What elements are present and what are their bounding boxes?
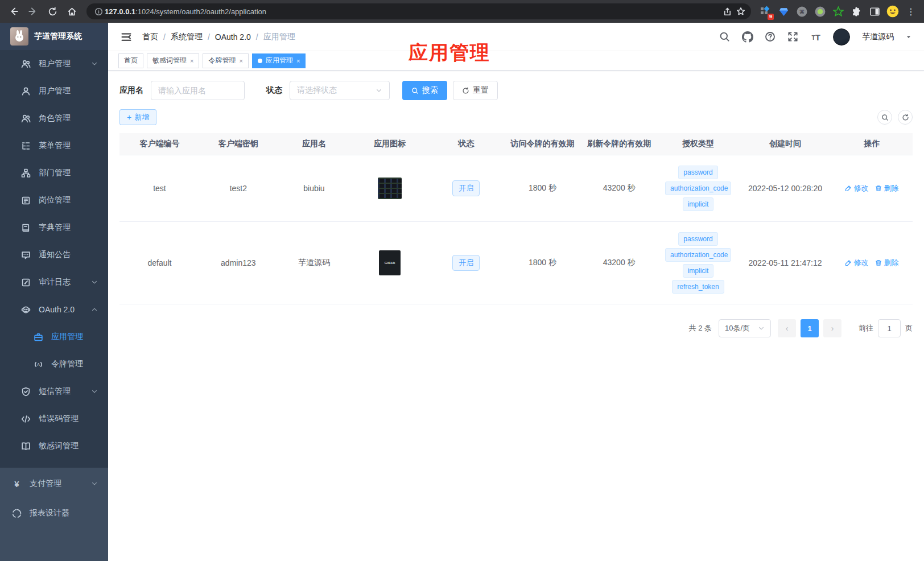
grant-type-tag: password xyxy=(678,232,717,246)
breadcrumb-item[interactable]: 系统管理 xyxy=(171,32,203,42)
status-tag[interactable]: 开启 xyxy=(452,180,480,196)
sidebar-item-短信管理[interactable]: 短信管理 xyxy=(0,378,108,405)
cell-created-at: 2022-05-11 21:47:12 xyxy=(739,255,831,271)
status-select[interactable]: 请选择状态 xyxy=(290,81,390,100)
cell-grant-types: passwordauthorization_codeimplicitrefres… xyxy=(657,229,739,297)
fullscreen-icon[interactable] xyxy=(787,31,798,42)
grant-type-tag: password xyxy=(678,166,717,179)
breadcrumb-separator: / xyxy=(256,32,258,42)
sidebar-item-用户管理[interactable]: 用户管理 xyxy=(0,77,108,105)
sidebar-item-label: 部门管理 xyxy=(39,168,71,178)
sidebar-collapse-icon[interactable] xyxy=(121,31,132,43)
reset-button[interactable]: 重置 xyxy=(453,81,498,100)
breadcrumb-item[interactable]: 首页 xyxy=(142,32,158,42)
forward-icon[interactable] xyxy=(25,3,41,19)
browser-menu-icon[interactable]: ⋮ xyxy=(904,4,918,19)
chevron-down-icon xyxy=(91,60,98,67)
user-menu-caret-icon[interactable] xyxy=(906,34,911,40)
cell-operations: 修改删除 xyxy=(831,254,913,271)
sidebar-item-label: 短信管理 xyxy=(39,386,71,397)
grant-type-tag: implicit xyxy=(683,197,714,211)
side-panel-icon[interactable] xyxy=(867,4,882,19)
logo-rabbit-image xyxy=(10,27,28,46)
sidebar-item-审计日志[interactable]: 审计日志 xyxy=(0,269,108,296)
font-size-icon[interactable]: TT xyxy=(810,31,821,42)
sidebar-item-label: 角色管理 xyxy=(39,113,71,123)
github-thumbnail: GitHub xyxy=(379,250,401,275)
show-search-toggle-icon[interactable] xyxy=(877,110,892,125)
github-icon[interactable] xyxy=(742,31,753,42)
active-tab-dot xyxy=(258,59,262,63)
app-name-input[interactable] xyxy=(151,81,245,100)
cell-app-name: 芋道源码 xyxy=(277,254,352,271)
sidebar-item-字典管理[interactable]: 字典管理 xyxy=(0,214,108,241)
user-icon xyxy=(21,86,31,96)
sidebar-item-菜单管理[interactable]: 菜单管理 xyxy=(0,132,108,159)
notice-icon xyxy=(21,250,31,260)
sidebar-item-支付管理[interactable]: ¥支付管理 xyxy=(0,469,108,498)
reload-icon[interactable] xyxy=(44,3,60,19)
sidebar-item-租户管理[interactable]: 租户管理 xyxy=(0,50,108,77)
refresh-table-icon[interactable] xyxy=(898,110,913,125)
tab-label: 令牌管理 xyxy=(208,56,236,65)
tab-close-icon[interactable]: × xyxy=(296,57,300,64)
prev-page-button[interactable]: ‹ xyxy=(778,319,796,337)
dashboard-screenshot-thumbnail xyxy=(378,178,402,199)
sidebar-item-部门管理[interactable]: 部门管理 xyxy=(0,159,108,187)
report-icon xyxy=(12,509,22,518)
tab-close-icon[interactable]: × xyxy=(239,57,242,64)
next-page-button[interactable]: › xyxy=(823,319,842,337)
sidebar-item-敏感词管理[interactable]: 敏感词管理 xyxy=(0,432,108,460)
search-button[interactable]: 搜索 xyxy=(402,81,447,100)
url-bar[interactable]: 127.0.0.1:1024/system/oauth2/oauth2/appl… xyxy=(86,3,751,19)
tab-敏感词管理[interactable]: 敏感词管理× xyxy=(147,53,199,68)
tab-首页[interactable]: 首页 xyxy=(118,53,143,68)
profile-avatar-icon[interactable] xyxy=(885,4,900,19)
current-page-button[interactable]: 1 xyxy=(801,319,819,337)
share-icon[interactable] xyxy=(720,5,734,18)
extension-record-icon[interactable] xyxy=(812,4,827,19)
app-logo[interactable]: 芋道管理系统 xyxy=(0,23,108,50)
tab-令牌管理[interactable]: 令牌管理× xyxy=(203,53,248,68)
table-body: testtest2biubiu开启1800 秒43200 秒passwordau… xyxy=(119,155,913,304)
edit-button[interactable]: 修改 xyxy=(845,183,868,193)
bookmark-star-icon[interactable] xyxy=(734,5,748,18)
edit-button[interactable]: 修改 xyxy=(845,258,868,268)
delete-button[interactable]: 删除 xyxy=(875,183,898,193)
extension-command-icon[interactable]: ⌘ xyxy=(794,4,809,19)
site-info-icon[interactable] xyxy=(92,5,105,18)
user-avatar[interactable] xyxy=(833,28,850,46)
cell-refresh-token-validity: 43200 秒 xyxy=(581,180,657,197)
extension-grid-icon[interactable]: 9 xyxy=(758,4,773,19)
annotation-title: 应用管理 xyxy=(409,40,490,66)
sidebar-item-岗位管理[interactable]: 岗位管理 xyxy=(0,187,108,214)
sidebar-item-令牌管理[interactable]: A令牌管理 xyxy=(0,350,108,378)
breadcrumb-item[interactable]: OAuth 2.0 xyxy=(215,32,251,42)
sidebar-item-错误码管理[interactable]: 错误码管理 xyxy=(0,405,108,432)
users-icon xyxy=(21,114,31,123)
sidebar-item-应用管理[interactable]: 应用管理 xyxy=(0,323,108,350)
tab-应用管理[interactable]: 应用管理× xyxy=(252,53,306,68)
sidebar-item-报表设计器[interactable]: 报表设计器 xyxy=(0,498,108,528)
cell-access-token-validity: 1800 秒 xyxy=(504,254,581,271)
sidebar-item-角色管理[interactable]: 角色管理 xyxy=(0,105,108,132)
status-tag[interactable]: 开启 xyxy=(452,255,480,271)
extensions-puzzle-icon[interactable] xyxy=(849,4,864,19)
delete-button[interactable]: 删除 xyxy=(875,258,898,268)
header-search-icon[interactable] xyxy=(719,31,730,42)
sidebar-item-OAuth 2.0[interactable]: OAuth 2.0 xyxy=(0,296,108,323)
column-header: 状态 xyxy=(428,133,504,155)
page-size-select[interactable]: 10条/页 xyxy=(719,319,771,337)
extension-gem-icon[interactable] xyxy=(776,4,791,19)
home-icon[interactable] xyxy=(64,3,80,19)
tab-close-icon[interactable]: × xyxy=(190,57,193,64)
back-icon[interactable] xyxy=(6,3,22,19)
add-button[interactable]: +新增 xyxy=(119,109,156,125)
goto-page-input[interactable] xyxy=(878,319,901,337)
sidebar-item-通知公告[interactable]: 通知公告 xyxy=(0,241,108,269)
extension-green-star-icon[interactable] xyxy=(831,4,845,19)
cell-client-secret: admin123 xyxy=(200,255,277,271)
sidebar-item-label: 字典管理 xyxy=(39,222,71,233)
tab-label: 应用管理 xyxy=(266,56,293,65)
help-icon[interactable] xyxy=(765,31,776,42)
